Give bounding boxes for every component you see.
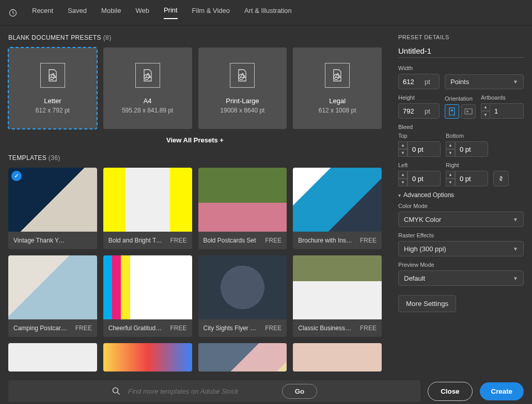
preview-mode-select[interactable]: Default ▼ bbox=[398, 270, 524, 286]
template-card[interactable]: Bold and Bright Trifol…FREE bbox=[103, 168, 192, 249]
bleed-top-input[interactable]: 0 pt bbox=[408, 141, 441, 157]
search-wrap: Go bbox=[8, 380, 420, 402]
blank-presets-count: (8) bbox=[103, 34, 112, 41]
preset-details-panel: PRESET DETAILS Untitled-1 Width pt Point… bbox=[390, 26, 532, 375]
template-name: City Sights Flyer Set bbox=[204, 325, 258, 332]
width-label: Width bbox=[398, 65, 440, 71]
preset-dimensions: 612 x 1008 pt bbox=[319, 107, 356, 114]
preset-card[interactable]: Print-Large 19008 x 8640 pt bbox=[198, 47, 287, 129]
template-card[interactable]: Classic Business Car…FREE bbox=[293, 255, 382, 337]
template-card[interactable]: Cheerful Gratitude C…FREE bbox=[103, 255, 192, 337]
artboards-input[interactable] bbox=[490, 103, 524, 119]
close-button[interactable]: Close bbox=[428, 382, 472, 401]
document-icon bbox=[325, 63, 350, 88]
svg-point-1 bbox=[49, 74, 54, 79]
preset-card[interactable]: A4 595.28 x 841.89 pt bbox=[103, 47, 192, 129]
preset-card[interactable]: Legal 612 x 1008 pt bbox=[293, 47, 382, 129]
tab-film-video[interactable]: Film & Video bbox=[192, 7, 230, 19]
document-icon bbox=[40, 63, 65, 88]
search-input[interactable] bbox=[128, 387, 275, 395]
template-thumbnail bbox=[198, 343, 287, 371]
bleed-bottom-input[interactable]: 0 pt bbox=[455, 141, 488, 157]
template-name: Cheerful Gratitude C… bbox=[108, 325, 163, 332]
tab-web[interactable]: Web bbox=[135, 7, 149, 19]
template-card[interactable]: ✓Vintage Thank You Greeti… bbox=[8, 168, 97, 249]
template-name: Bold and Bright Trifol… bbox=[108, 237, 163, 244]
go-button[interactable]: Go bbox=[282, 384, 318, 399]
preset-details-title: PRESET DETAILS bbox=[398, 34, 524, 40]
template-card[interactable]: Brochure with Instru…FREE bbox=[293, 168, 382, 249]
bleed-left-input[interactable]: 0 pt bbox=[408, 171, 441, 186]
artboards-up[interactable]: ▲ bbox=[481, 103, 490, 111]
tab-art-illustration[interactable]: Art & Illustration bbox=[244, 7, 292, 19]
artboards-label: Artboards bbox=[481, 94, 524, 101]
template-price: FREE bbox=[75, 325, 92, 332]
orientation-label: Orientation bbox=[445, 95, 476, 102]
checkmark-icon: ✓ bbox=[11, 171, 22, 181]
tab-mobile[interactable]: Mobile bbox=[101, 7, 121, 19]
create-button[interactable]: Create bbox=[480, 382, 524, 400]
document-icon bbox=[135, 63, 160, 88]
color-mode-select[interactable]: CMYK Color ▼ bbox=[398, 212, 524, 227]
bleed-left-stepper[interactable]: ▲▼ bbox=[398, 171, 408, 186]
bleed-label: Bleed bbox=[398, 124, 524, 130]
view-all-presets[interactable]: View All Presets + bbox=[8, 136, 382, 144]
svg-point-3 bbox=[239, 74, 244, 79]
template-name: Classic Business Car… bbox=[298, 325, 352, 332]
width-input[interactable]: pt bbox=[398, 74, 440, 89]
chevron-down-icon: ▼ bbox=[513, 217, 518, 222]
advanced-options-label: Advanced Options bbox=[403, 191, 454, 199]
svg-point-9 bbox=[113, 388, 118, 393]
preset-dimensions: 595.28 x 841.89 pt bbox=[122, 107, 173, 114]
color-mode-value: CMYK Color bbox=[404, 216, 441, 223]
preview-mode-value: Default bbox=[404, 274, 425, 282]
blank-presets-heading: BLANK DOCUMENT PRESETS (8) bbox=[8, 34, 382, 41]
templates-count: (36) bbox=[49, 154, 60, 161]
orientation-portrait[interactable] bbox=[445, 104, 459, 119]
height-input[interactable]: pt bbox=[398, 103, 440, 119]
template-thumbnail bbox=[8, 255, 97, 319]
width-unit: pt bbox=[425, 78, 430, 86]
bleed-link-toggle[interactable] bbox=[493, 171, 509, 186]
chevron-down-icon: ▼ bbox=[513, 276, 518, 281]
more-settings-button[interactable]: More Settings bbox=[398, 295, 456, 312]
template-thumbnail bbox=[198, 255, 287, 319]
template-card[interactable]: Camping Postcards L…FREE bbox=[8, 255, 97, 337]
tab-recent[interactable]: Recent bbox=[32, 7, 53, 19]
artboards-down[interactable]: ▼ bbox=[481, 111, 490, 119]
bleed-bottom-stepper[interactable]: ▲▼ bbox=[446, 141, 455, 157]
height-label: Height bbox=[398, 94, 440, 101]
units-select[interactable]: Points ▼ bbox=[445, 74, 524, 89]
template-price: FREE bbox=[360, 237, 377, 244]
document-name-input[interactable]: Untitled-1 bbox=[398, 44, 524, 58]
bleed-left-label: Left bbox=[398, 162, 441, 168]
artboards-stepper[interactable]: ▲ ▼ bbox=[481, 103, 490, 119]
preset-card[interactable]: Letter 612 x 792 pt bbox=[8, 47, 97, 129]
orientation-landscape[interactable] bbox=[461, 104, 476, 119]
search-icon bbox=[112, 386, 121, 396]
template-thumbnail bbox=[103, 343, 192, 371]
preset-name: A4 bbox=[144, 97, 152, 105]
category-tabs: Recent Saved Mobile Web Print Film & Vid… bbox=[0, 0, 532, 26]
template-thumbnail bbox=[293, 255, 382, 319]
advanced-options-toggle[interactable]: ▾ Advanced Options bbox=[398, 191, 524, 199]
tab-saved[interactable]: Saved bbox=[68, 7, 87, 19]
template-card[interactable] bbox=[8, 343, 97, 371]
raster-effects-label: Raster Effects bbox=[398, 232, 524, 238]
template-thumbnail bbox=[103, 255, 192, 319]
template-card[interactable] bbox=[198, 343, 287, 371]
chevron-down-icon: ▼ bbox=[513, 79, 518, 85]
template-name: Bold Postcards Set bbox=[204, 237, 256, 244]
raster-effects-select[interactable]: High (300 ppi) ▼ bbox=[398, 241, 524, 256]
template-price: FREE bbox=[360, 325, 377, 332]
template-card[interactable] bbox=[103, 343, 192, 371]
tab-print[interactable]: Print bbox=[164, 6, 178, 19]
bleed-right-input[interactable]: 0 pt bbox=[455, 171, 488, 186]
units-value: Points bbox=[450, 78, 469, 86]
bleed-right-stepper[interactable]: ▲▼ bbox=[446, 171, 455, 186]
bleed-top-stepper[interactable]: ▲▼ bbox=[398, 141, 408, 157]
template-card[interactable]: Bold Postcards SetFREE bbox=[198, 168, 287, 249]
preset-name: Letter bbox=[44, 97, 61, 105]
template-card[interactable] bbox=[293, 343, 382, 371]
template-card[interactable]: City Sights Flyer SetFREE bbox=[198, 255, 287, 337]
